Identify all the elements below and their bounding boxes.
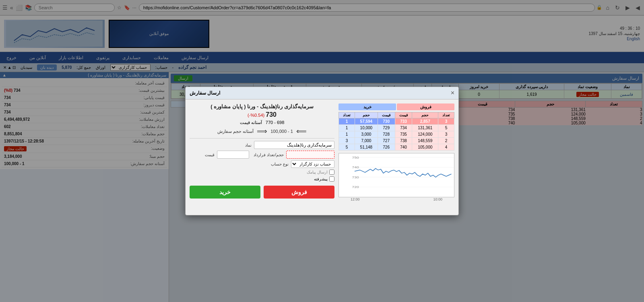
symbol-row: نماد: [190, 141, 334, 149]
ob-th-buy-vol: حجم: [355, 112, 378, 118]
ob-table: تعداد حجم قیمت قیمت حجم تعداد 3 2,857 73…: [339, 112, 454, 151]
price-range-label: آستانه قیمت: [240, 120, 262, 125]
price-value: 730: [266, 111, 277, 118]
ob-sell-price: 733: [395, 118, 412, 125]
order-range-value: 1 - 100,000: [270, 129, 293, 134]
ob-th-sell-price: قیمت: [395, 112, 412, 118]
sms-row: ارسال پیامک: [190, 170, 334, 175]
account-type-row: حساب نزد کارگزار نوع حساب: [190, 160, 334, 168]
ob-sell-price: 734: [395, 125, 412, 131]
ob-sell-header: فروش: [397, 103, 454, 110]
chart-area: 750 740 730 720: [339, 153, 454, 197]
ob-buy-count: 5: [339, 144, 355, 151]
advanced-checkbox[interactable]: [329, 176, 334, 182]
order-range-label: آستانه حجم سفارش: [217, 129, 254, 134]
sell-button[interactable]: فروش: [264, 186, 334, 199]
price-chart: 750 740 730 720: [339, 153, 454, 197]
ob-buy-header: خرید: [339, 103, 396, 110]
modal-close-button[interactable]: ×: [451, 89, 454, 97]
ob-sell-vol: 131,361: [412, 125, 438, 131]
order-range-display: ⟸ 1 - 100,000 ⟹ آستانه حجم سفارش: [190, 127, 334, 136]
ob-sell-count: 3: [438, 131, 454, 138]
ob-th-buy-count: تعداد: [339, 112, 355, 118]
ob-sell-price: 738: [395, 138, 412, 144]
ob-sell-price: 735: [395, 131, 412, 138]
ob-sell-count: 5: [438, 125, 454, 131]
modal-title: ارسال سفارش: [190, 90, 220, 96]
price-range-value: 698 - 770: [266, 120, 285, 125]
price-label: قیمت: [182, 153, 215, 157]
sms-checkbox[interactable]: [329, 170, 334, 175]
price-volume-row: حجم/تعداد فرارداد قیمت: [190, 151, 334, 159]
company-name: سرمایه‌گذاری رنا(هلدینگ - ورنا ( پایان م…: [190, 103, 334, 110]
symbol-input[interactable]: [254, 141, 334, 149]
ob-sell-count: 2: [438, 138, 454, 144]
sms-label: ارسال پیامک: [307, 170, 328, 174]
svg-text:720: 720: [352, 186, 359, 189]
ob-sell-vol: 124,000: [412, 131, 438, 138]
ob-buy-price: 727: [378, 138, 395, 144]
svg-text:730: 730: [352, 176, 359, 179]
order-book-panel: فروش خرید تعداد حجم قیمت قیمت حجم تعداد: [339, 103, 454, 201]
modal-overlay: × ارسال سفارش فروش خرید تعداد حجم قیمت ق…: [0, 0, 644, 302]
order-form: سرمایه‌گذاری رنا(هلدینگ - ورنا ( پایان م…: [190, 103, 334, 201]
ob-buy-price: 729: [378, 125, 395, 131]
ob-sell-vol: 148,559: [412, 138, 438, 144]
svg-rect-1: [339, 153, 454, 197]
volume-label: حجم/تعداد فرارداد: [252, 153, 284, 157]
order-modal: × ارسال سفارش فروش خرید تعداد حجم قیمت ق…: [185, 87, 459, 215]
ob-sell-count: 3: [438, 118, 454, 125]
ob-buy-vol: 7,000: [355, 138, 378, 144]
modal-body: فروش خرید تعداد حجم قیمت قیمت حجم تعداد: [186, 99, 458, 205]
price-input[interactable]: [217, 151, 249, 159]
ob-sell-count: 4: [438, 144, 454, 151]
divider: [190, 138, 334, 139]
arrow-right-icon[interactable]: ⟹: [257, 127, 267, 136]
ob-buy-vol: 10,000: [355, 125, 378, 131]
chart-x-labels: 10:00 12:00: [339, 197, 454, 201]
modal-header: × ارسال سفارش: [186, 87, 458, 99]
ob-th-buy-price: قیمت: [378, 112, 395, 118]
svg-text:750: 750: [352, 156, 359, 159]
advanced-label: پیشرفته: [314, 177, 328, 181]
ob-sell-vol: 105,000: [412, 144, 438, 151]
account-type-label: نوع حساب: [256, 162, 289, 166]
ob-buy-count: 1: [339, 131, 355, 138]
arrow-left-icon[interactable]: ⟸: [296, 127, 307, 136]
ob-buy-price: 728: [378, 131, 395, 138]
price-range-display: 698 - 770 آستانه قیمت: [190, 120, 334, 125]
price-change: (%0.54-): [248, 113, 264, 118]
price-display: 730 (%0.54-): [190, 111, 334, 118]
buy-button[interactable]: خرید: [190, 186, 260, 199]
ob-buy-vol: 51,148: [355, 144, 378, 151]
ob-sell-price: 740: [395, 144, 412, 151]
advanced-row: پیشرفته: [190, 176, 334, 182]
symbol-label: نماد: [219, 143, 252, 147]
ob-header: فروش خرید: [339, 103, 454, 110]
ob-buy-price: 730: [378, 118, 395, 125]
account-type-select[interactable]: حساب نزد کارگزار: [291, 160, 334, 168]
chart-x-end: 12:00: [351, 197, 360, 201]
ob-sell-vol: 2,857: [412, 118, 438, 125]
svg-text:740: 740: [352, 165, 359, 169]
ob-buy-count: 3: [339, 138, 355, 144]
ob-buy-count: 1: [339, 118, 355, 125]
ob-buy-vol: 3,000: [355, 131, 378, 138]
ob-buy-vol: 57,594: [355, 118, 378, 125]
ob-th-sell-count: تعداد: [438, 112, 454, 118]
ob-th-sell-vol: حجم: [412, 112, 438, 118]
chart-x-start: 10:00: [433, 197, 442, 201]
ob-buy-price: 726: [378, 144, 395, 151]
volume-input[interactable]: [286, 151, 334, 159]
ob-buy-count: 1: [339, 125, 355, 131]
action-buttons: فروش خرید: [190, 186, 334, 199]
